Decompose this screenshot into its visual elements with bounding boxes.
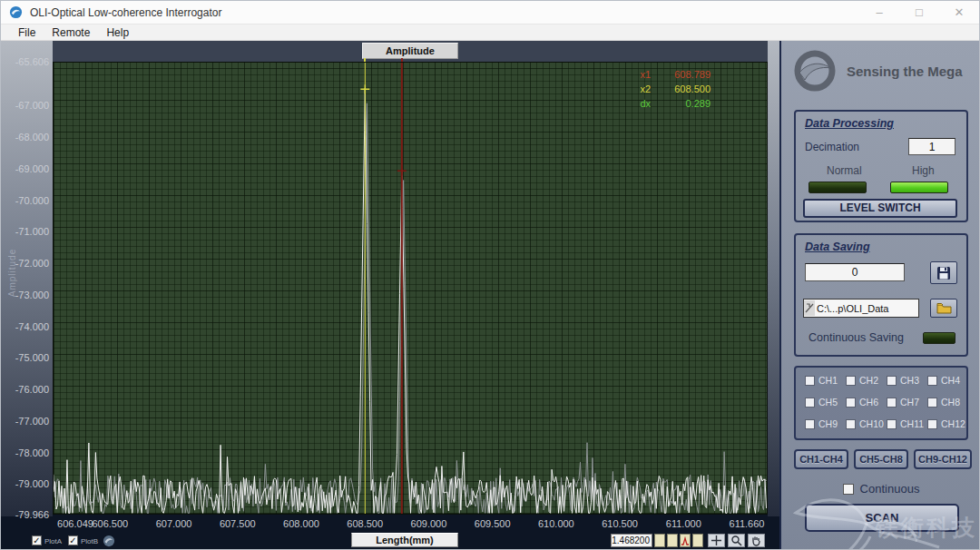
readout-dx: dx0.289	[629, 96, 710, 111]
palette-button-4[interactable]	[692, 534, 703, 547]
menu-help[interactable]: Help	[98, 25, 137, 41]
decimation-input[interactable]	[908, 138, 956, 155]
ch9-label: CH9	[818, 418, 838, 429]
window-controls: – □ ✕	[859, 1, 979, 24]
pan-tool-button[interactable]	[748, 534, 765, 547]
high-led	[890, 182, 948, 193]
channel-ch4: CH4	[927, 375, 960, 386]
close-button[interactable]: ✕	[939, 1, 979, 24]
ch1-checkbox[interactable]	[805, 376, 815, 386]
minimize-button[interactable]: –	[859, 1, 899, 24]
data-saving-panel: Data Saving C:\...p\OLI_Data	[794, 233, 968, 357]
y-tick-label: -65.606	[4, 56, 49, 67]
level-switch-button[interactable]: LEVEL SWITCH	[803, 199, 957, 218]
ch4-checkbox[interactable]	[927, 376, 937, 386]
ch3-checkbox[interactable]	[887, 376, 897, 386]
y-tick-label: -69.000	[4, 163, 49, 174]
maximize-button[interactable]: □	[899, 1, 939, 24]
brand-text: Sensing the Mega	[847, 64, 963, 79]
save-button[interactable]	[930, 261, 957, 284]
normal-label: Normal	[827, 164, 862, 177]
plota-checkbox[interactable]: ✓	[32, 535, 42, 545]
data-processing-heading: Data Processing	[805, 117, 894, 130]
ch5-checkbox[interactable]	[805, 398, 815, 408]
channel-ch3: CH3	[887, 375, 919, 386]
decimation-label: Decimation	[805, 141, 859, 153]
ch6-label: CH6	[859, 397, 878, 408]
menu-remote[interactable]: Remote	[44, 25, 98, 41]
tab-amplitude[interactable]: Amplitude	[362, 43, 458, 59]
data-saving-heading: Data Saving	[805, 241, 870, 253]
ch9-checkbox[interactable]	[805, 419, 815, 429]
x-tick-label: 607.500	[220, 518, 256, 529]
ch10-label: CH10	[859, 418, 884, 429]
group-button-ch9-ch12[interactable]: CH9-CH12	[914, 449, 972, 469]
palette-button-2[interactable]	[667, 534, 678, 547]
scale-value-box[interactable]: 1.468200	[611, 534, 652, 547]
high-label: High	[912, 164, 935, 177]
ch5-label: CH5	[818, 397, 838, 408]
cursor-1-marker[interactable]	[397, 166, 407, 175]
ch7-label: CH7	[900, 397, 919, 408]
ch8-checkbox[interactable]	[927, 398, 937, 408]
channel-ch2: CH2	[846, 375, 878, 386]
palette-waveform-button[interactable]	[680, 534, 691, 547]
group-button-ch5-ch8[interactable]: CH5-CH8	[854, 449, 908, 469]
save-count-input[interactable]	[805, 263, 905, 281]
continuous-saving-led	[923, 332, 956, 344]
menu-bar: FileRemoteHelp	[1, 25, 979, 41]
y-tick-label: -72.000	[4, 258, 49, 269]
palette-button-1[interactable]	[654, 534, 665, 547]
ch12-label: CH12	[941, 418, 965, 429]
window-title: OLI-Optical Low-coherence Interrogator	[30, 6, 221, 19]
save-path-text: C:\...p\OLI_Data	[815, 303, 888, 314]
ch7-checkbox[interactable]	[887, 398, 897, 408]
y-tick-label: -68.000	[4, 132, 49, 142]
x-tick-label: 609.500	[475, 518, 511, 529]
ch12-checkbox[interactable]	[927, 419, 937, 429]
title-bar: OLI-Optical Low-coherence Interrogator –…	[1, 1, 979, 25]
readout-label: dx	[629, 96, 651, 111]
ch1-label: CH1	[818, 375, 838, 386]
plotb-checkbox[interactable]: ✓	[68, 535, 78, 545]
plot-canvas	[54, 63, 767, 514]
cursor-readout: x1608.789x2608.500dx0.289	[629, 67, 710, 111]
trace-plota	[54, 88, 767, 513]
continuous-checkbox[interactable]	[843, 484, 854, 495]
x-tick-label: 611.000	[666, 518, 701, 529]
zoom-tool-button[interactable]	[728, 534, 745, 547]
app-logo-icon	[9, 5, 23, 19]
brand-block: Sensing the Mega	[794, 50, 963, 92]
ch2-checkbox[interactable]	[846, 376, 856, 386]
y-tick-label: -79.966	[4, 509, 49, 520]
browse-folder-button[interactable]	[930, 299, 957, 318]
ch10-checkbox[interactable]	[846, 419, 856, 429]
x-tick-label: 611.660	[730, 518, 765, 529]
x-tick-label: 610.500	[602, 518, 638, 529]
main-area: Amplitude x1608.789x2608.500dx0.289 Ampl…	[1, 41, 980, 550]
data-processing-panel: Data Processing Decimation Normal High L…	[794, 110, 968, 222]
scan-button[interactable]: SCAN	[805, 504, 959, 532]
cursor-tool-button[interactable]	[708, 534, 725, 547]
path-glyph-icon	[804, 300, 815, 316]
plot-area[interactable]: x1608.789x2608.500dx0.289	[53, 62, 768, 515]
readout-x1: x1608.789	[629, 67, 710, 82]
plota-label: PlotA	[44, 537, 62, 545]
waveform-icon	[681, 535, 690, 547]
group-button-ch1-ch4[interactable]: CH1-CH4	[794, 449, 848, 469]
y-tick-label: -70.000	[4, 195, 49, 206]
x-axis-title: Length(mm)	[351, 533, 458, 547]
channel-ch5: CH5	[805, 397, 838, 408]
trace-plotb	[54, 103, 767, 513]
x-tick-label: 608.500	[347, 518, 383, 529]
y-tick-label: -73.000	[4, 290, 49, 300]
right-gutter	[768, 41, 779, 516]
cursor-2-marker[interactable]	[360, 84, 369, 93]
ch11-checkbox[interactable]	[887, 419, 897, 429]
menu-file[interactable]: File	[10, 25, 44, 41]
app-window: OLI-Optical Low-coherence Interrogator –…	[0, 0, 980, 550]
save-path-field[interactable]: C:\...p\OLI_Data	[803, 299, 919, 318]
ch6-checkbox[interactable]	[846, 398, 856, 408]
plot-top-strip: Amplitude	[53, 41, 768, 62]
control-sidebar: Sensing the Mega Data Processing Decimat…	[779, 41, 980, 550]
